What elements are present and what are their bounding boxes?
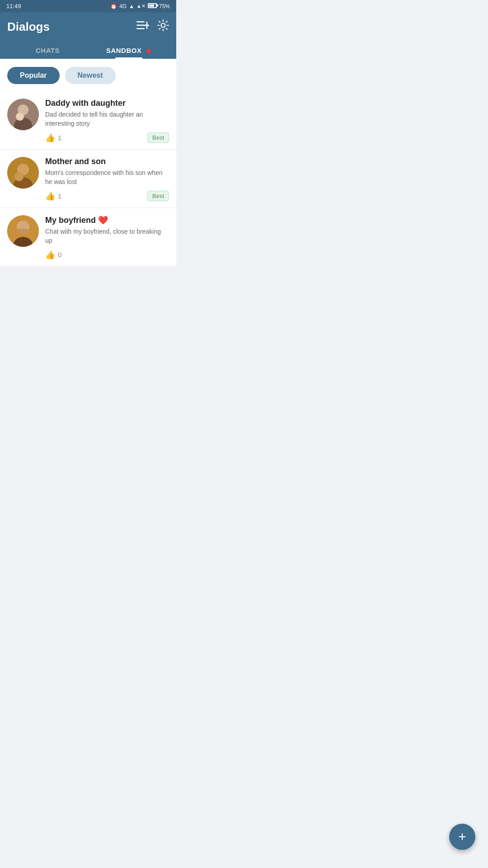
chat-title: Mother and son	[45, 157, 169, 166]
signal-icon: ▲	[129, 3, 134, 9]
tab-sandbox-label: SANDBOX	[106, 47, 142, 54]
chat-item[interactable]: Daddy with daughter Dad decided to tell …	[0, 91, 176, 150]
svg-point-5	[161, 24, 165, 28]
chat-desc: Dad decided to tell his daughter an inte…	[45, 110, 169, 128]
chat-info: Mother and son Mom's correspondence with…	[45, 157, 169, 201]
battery-label: 75%	[159, 3, 170, 9]
sandbox-badge	[146, 49, 151, 53]
like-icon: 👍	[45, 250, 55, 260]
header-top: Dialogs	[7, 19, 169, 41]
tabs: CHATS SANDBOX	[7, 41, 169, 59]
chat-list: Daddy with daughter Dad decided to tell …	[0, 91, 176, 267]
chat-item[interactable]: Mother and son Mom's correspondence with…	[0, 150, 176, 208]
avatar	[7, 157, 39, 189]
tab-sandbox[interactable]: SANDBOX	[88, 41, 169, 59]
new-chat-button[interactable]	[136, 20, 149, 33]
svg-point-13	[14, 172, 23, 181]
chat-item[interactable]: My boyfriend ❤️ Chat with my boyfriend, …	[0, 208, 176, 266]
signal-x-icon: ▲✕	[136, 3, 145, 9]
best-badge: Best	[147, 191, 169, 201]
like-icon: 👍	[45, 133, 55, 143]
like-row: 👍 0	[45, 250, 61, 260]
network-label: 4G	[119, 3, 127, 9]
filter-newest-button[interactable]: Newest	[65, 67, 116, 84]
like-count: 0	[58, 251, 61, 259]
avatar	[7, 215, 39, 247]
chat-info: My boyfriend ❤️ Chat with my boyfriend, …	[45, 215, 169, 259]
chat-footer: 👍 1 Best	[45, 132, 169, 143]
chat-footer: 👍 0	[45, 250, 169, 260]
heart-emoji: ❤️	[98, 216, 108, 225]
page-title: Dialogs	[7, 20, 50, 34]
svg-rect-2	[136, 28, 145, 29]
svg-rect-0	[136, 21, 145, 23]
like-count: 1	[58, 192, 61, 200]
alarm-icon: ⏰	[110, 3, 117, 9]
chat-info: Daddy with daughter Dad decided to tell …	[45, 99, 169, 143]
header-actions	[136, 19, 169, 34]
filter-popular-button[interactable]: Popular	[7, 67, 60, 84]
like-icon: 👍	[45, 191, 55, 201]
chat-footer: 👍 1 Best	[45, 191, 169, 201]
content: Popular Newest Daddy with daughter Dad d…	[0, 59, 176, 267]
avatar	[7, 99, 39, 130]
status-right: ⏰ 4G ▲ ▲✕ 75%	[110, 3, 170, 9]
tab-chats-label: CHATS	[36, 47, 60, 54]
svg-rect-17	[17, 229, 29, 233]
like-row: 👍 1	[45, 191, 61, 201]
like-count: 1	[58, 134, 61, 142]
status-time: 11:49	[6, 3, 21, 9]
svg-point-9	[16, 113, 24, 121]
header: Dialogs CHATS	[0, 12, 176, 59]
chat-title: Daddy with daughter	[45, 99, 169, 108]
best-badge: Best	[147, 132, 169, 143]
filter-row: Popular Newest	[0, 59, 176, 91]
chat-desc: Mom's correspondence with his son when h…	[45, 169, 169, 186]
chat-desc: Chat with my boyfriend, close to breakin…	[45, 227, 169, 245]
tab-chats[interactable]: CHATS	[7, 41, 88, 59]
status-bar: 11:49 ⏰ 4G ▲ ▲✕ 75%	[0, 0, 176, 12]
chat-title: My boyfriend ❤️	[45, 215, 169, 225]
like-row: 👍 1	[45, 133, 61, 143]
settings-button[interactable]	[157, 19, 169, 34]
battery-icon	[148, 3, 157, 9]
